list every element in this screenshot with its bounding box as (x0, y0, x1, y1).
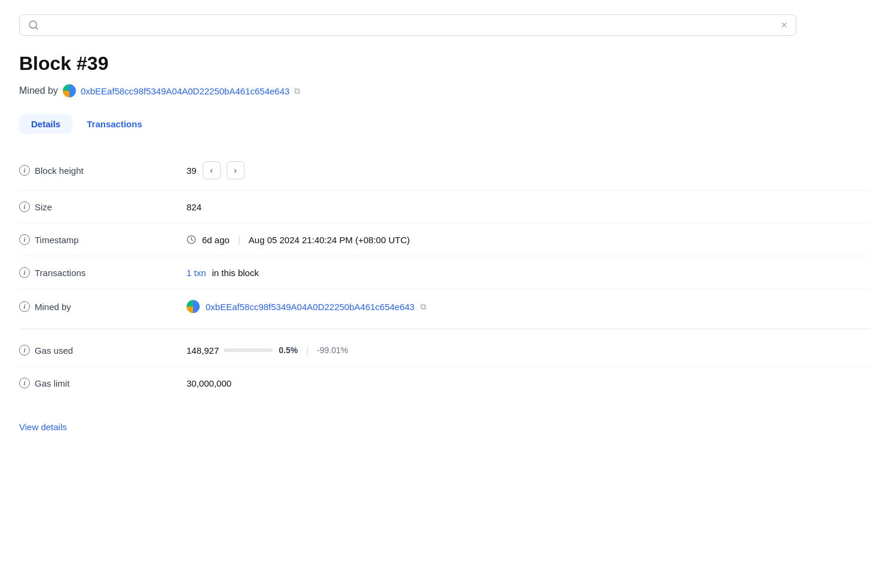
tab-transactions[interactable]: Transactions (75, 114, 154, 134)
mined-by-label-wrap: i Mined by (19, 301, 187, 312)
block-prev-button[interactable]: ‹ (203, 161, 221, 179)
mined-by-value-wrap: 0xbEEaf58cc98f5349A04A0D22250bA461c654e6… (187, 300, 870, 313)
miner-address-detail-link[interactable]: 0xbEEaf58cc98f5349A04A0D22250bA461c654e6… (206, 302, 414, 312)
timestamp-label-wrap: i Timestamp (19, 234, 187, 245)
timestamp-label: Timestamp (35, 235, 79, 245)
gas-limit-label-wrap: i Gas limit (19, 378, 187, 388)
detail-row-gas-used: i Gas used 148,927 0.5% | -99.01% (19, 334, 870, 367)
size-info-icon[interactable]: i (19, 201, 30, 212)
timestamp-absolute: Aug 05 2024 21:40:24 PM (+08:00 UTC) (249, 235, 410, 245)
detail-row-size: i Size 824 (19, 191, 870, 223)
page-title: Block #39 (19, 53, 870, 75)
tabs-container: Details Transactions (19, 114, 870, 134)
miner-address-header-link[interactable]: 0xbEEaf58cc98f5349A04A0D22250bA461c654e6… (81, 86, 289, 96)
miner-avatar-icon (63, 84, 76, 97)
gas-pipe-divider: | (306, 345, 308, 356)
size-label: Size (35, 202, 52, 212)
transactions-label-wrap: i Transactions (19, 267, 187, 278)
copy-address-header-button[interactable]: ⧉ (294, 86, 300, 96)
transactions-suffix: in this block (212, 268, 259, 278)
gas-used-value: 148,927 (187, 345, 219, 356)
timestamp-relative: 6d ago (202, 235, 230, 245)
gas-used-value-wrap: 148,927 0.5% | -99.01% (187, 345, 870, 356)
transactions-value-wrap: 1 txn in this block (187, 268, 870, 278)
view-details-link[interactable]: View details (19, 422, 67, 432)
size-label-wrap: i Size (19, 201, 187, 212)
gas-used-change: -99.01% (317, 345, 348, 355)
copy-address-detail-button[interactable]: ⧉ (420, 302, 426, 312)
size-value: 824 (187, 202, 201, 212)
detail-row-transactions: i Transactions 1 txn in this block (19, 256, 870, 289)
tab-details[interactable]: Details (19, 114, 72, 134)
svg-line-1 (35, 27, 37, 29)
mined-by-label: Mined by (35, 302, 71, 312)
gas-used-label: Gas used (35, 345, 73, 356)
block-height-value-wrap: 39 ‹ › (187, 161, 870, 179)
gas-used-label-wrap: i Gas used (19, 345, 187, 356)
search-icon (28, 20, 39, 30)
block-height-label: Block height (35, 166, 84, 176)
detail-row-mined-by: i Mined by 0xbEEaf58cc98f5349A04A0D22250… (19, 289, 870, 324)
gas-used-pct: 0.5% (279, 345, 298, 355)
block-height-label-wrap: i Block height (19, 165, 187, 176)
mined-by-info-icon[interactable]: i (19, 301, 30, 312)
transactions-count-link[interactable]: 1 txn (187, 268, 206, 278)
size-value-wrap: 824 (187, 202, 870, 212)
timestamp-info-icon[interactable]: i (19, 234, 30, 245)
timestamp-pipe: | (238, 235, 240, 245)
details-table: i Block height 39 ‹ › i Size 824 i Times… (19, 151, 870, 324)
block-height-info-icon[interactable]: i (19, 165, 30, 176)
transactions-info-icon[interactable]: i (19, 267, 30, 278)
clock-icon (187, 235, 196, 244)
gas-limit-info-icon[interactable]: i (19, 378, 30, 388)
timestamp-value-wrap: 6d ago | Aug 05 2024 21:40:24 PM (+08:00… (187, 235, 870, 245)
gas-limit-value: 30,000,000 (187, 378, 231, 388)
transactions-label: Transactions (35, 268, 85, 278)
gas-limit-value-wrap: 30,000,000 (187, 378, 870, 388)
detail-row-block-height: i Block height 39 ‹ › (19, 151, 870, 191)
mined-by-header: Mined by 0xbEEaf58cc98f5349A04A0D22250bA… (19, 84, 870, 97)
gas-used-info-icon[interactable]: i (19, 345, 30, 356)
search-input[interactable]: 39 (45, 20, 781, 30)
search-clear-button[interactable]: × (781, 20, 787, 30)
mined-by-header-label: Mined by (19, 85, 58, 96)
detail-row-timestamp: i Timestamp 6d ago | Aug 05 2024 21:40:2… (19, 223, 870, 256)
block-height-value: 39 (187, 166, 197, 176)
search-bar: 39 × (19, 14, 796, 36)
gas-limit-label: Gas limit (35, 378, 69, 388)
detail-row-gas-limit: i Gas limit 30,000,000 (19, 367, 870, 399)
gas-bar-track (225, 348, 273, 352)
block-next-button[interactable]: › (227, 161, 245, 179)
gas-bar-container: 0.5% (225, 345, 298, 355)
section-divider (19, 329, 870, 329)
miner-avatar-detail-icon (187, 300, 200, 313)
